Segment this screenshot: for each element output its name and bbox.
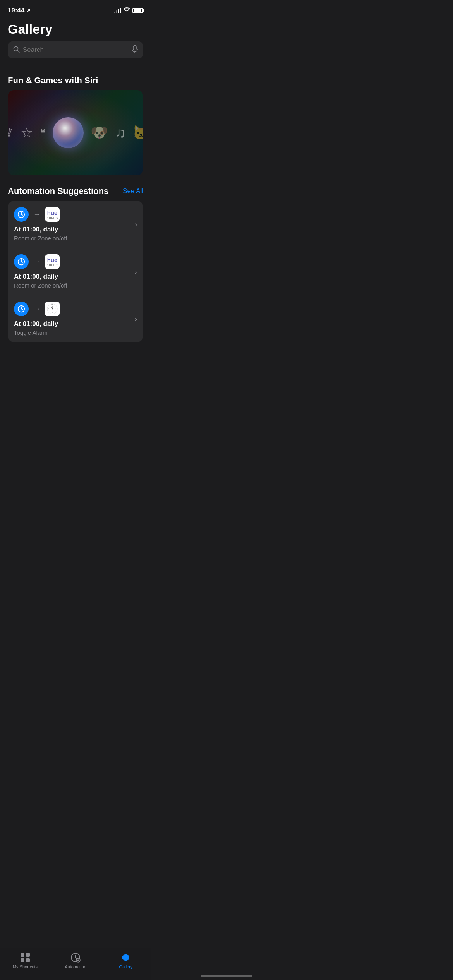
music-icon: ♫ [115, 125, 125, 141]
hue-app-icon: hue PHILIPS [45, 254, 60, 269]
siri-ball [53, 117, 84, 148]
header: Gallery [0, 19, 151, 65]
automation-suggestions-title: Automation Suggestions [8, 186, 108, 196]
search-icon [13, 46, 20, 54]
battery-icon [132, 8, 143, 13]
section-header-automation: Automation Suggestions See All [0, 186, 151, 201]
fun-games-title: Fun & Games with Siri [8, 75, 98, 86]
dog-icon: 🐶 [91, 125, 108, 141]
suggestion-title: At 01:00, daily [14, 320, 137, 328]
status-icons [114, 7, 143, 14]
suggestion-item[interactable]: → 12 3 6 9 [8, 295, 143, 342]
suggestion-subtitle: Room or Zone on/off [14, 282, 137, 289]
svg-line-1 [17, 50, 19, 52]
suggestion-top: → hue PHILIPS [14, 254, 137, 269]
mic-icon[interactable] [132, 45, 138, 55]
status-bar: 19:44 ↗ [0, 0, 151, 19]
see-all-button[interactable]: See All [123, 187, 143, 195]
svg-text:9: 9 [48, 308, 49, 310]
page-title: Gallery [8, 22, 143, 37]
chevron-right-icon: › [135, 267, 137, 276]
chevron-right-icon: › [135, 220, 137, 228]
crown-icon: ♛ [8, 125, 14, 141]
arrow-icon: → [33, 211, 40, 219]
suggestion-top: → 12 3 6 9 [14, 302, 137, 316]
suggestions-card: → hue PHILIPS At 01:00, daily Room or Zo… [8, 201, 143, 342]
clock-app-icon: 12 3 6 9 [45, 302, 60, 316]
star-icon: ☆ [21, 125, 33, 141]
time-display: 19:44 [8, 7, 24, 14]
clock-trigger-icon [14, 207, 29, 222]
search-input[interactable] [23, 46, 129, 54]
svg-text:6: 6 [52, 312, 53, 314]
svg-rect-2 [133, 46, 136, 50]
search-bar[interactable] [8, 41, 143, 58]
clock-trigger-icon [14, 302, 29, 316]
fun-games-banner[interactable]: ♛ ☆ ❝ 🐶 ♫ 🐱 [8, 90, 143, 175]
banner-icons: ♛ ☆ ❝ 🐶 ♫ 🐱 [8, 117, 143, 148]
suggestion-top: → hue PHILIPS [14, 207, 137, 222]
signal-icon [114, 8, 121, 13]
location-icon: ↗ [26, 8, 31, 14]
suggestion-title: At 01:00, daily [14, 273, 137, 281]
suggestion-subtitle: Toggle Alarm [14, 329, 137, 336]
quote-icon: ❝ [40, 127, 46, 139]
cat-icon: 🐱 [132, 125, 143, 141]
svg-text:3: 3 [55, 308, 56, 310]
hue-logo: hue PHILIPS [46, 209, 59, 219]
suggestion-title: At 01:00, daily [14, 226, 137, 233]
hue-app-icon: hue PHILIPS [45, 207, 60, 222]
svg-text:12: 12 [51, 304, 53, 306]
suggestion-item[interactable]: → hue PHILIPS At 01:00, daily Room or Zo… [8, 201, 143, 248]
suggestion-subtitle: Room or Zone on/off [14, 235, 137, 242]
fun-games-section: Fun & Games with Siri ♛ ☆ ❝ 🐶 ♫ 🐱 [0, 75, 151, 175]
clock-trigger-icon [14, 254, 29, 269]
hue-logo: hue PHILIPS [46, 257, 59, 267]
wifi-icon [124, 7, 130, 14]
arrow-icon: → [33, 305, 40, 313]
section-header-fun-games: Fun & Games with Siri [0, 75, 151, 90]
chevron-right-icon: › [135, 315, 137, 323]
arrow-icon: → [33, 258, 40, 266]
status-time: 19:44 ↗ [8, 7, 31, 14]
automation-suggestions-section: Automation Suggestions See All → [0, 186, 151, 342]
svg-point-15 [52, 308, 53, 309]
suggestion-item[interactable]: → hue PHILIPS At 01:00, daily Room or Zo… [8, 248, 143, 295]
